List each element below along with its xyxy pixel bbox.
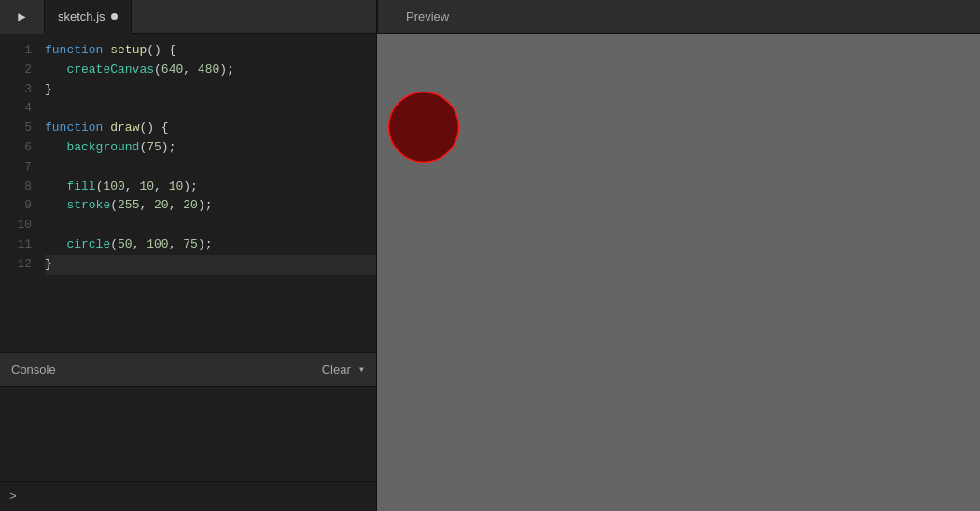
console-header: Console Clear ▾ bbox=[0, 353, 376, 387]
console-body bbox=[0, 387, 376, 481]
code-line-8: fill(100, 10, 10); bbox=[45, 177, 376, 197]
svg-point-2 bbox=[389, 92, 459, 163]
run-button[interactable]: ▶ bbox=[0, 0, 45, 34]
code-line-12: } bbox=[45, 255, 376, 275]
top-bar: ▶ sketch.js Preview bbox=[0, 0, 980, 34]
code-line-6: background(75); bbox=[45, 138, 376, 158]
preview-label: Preview bbox=[391, 9, 449, 23]
code-line-9: stroke(255, 20, 20); bbox=[45, 196, 376, 216]
code-line-2: createCanvas(640, 480); bbox=[45, 61, 376, 80]
console-area: Console Clear ▾ > bbox=[0, 352, 376, 511]
preview-canvas bbox=[377, 34, 980, 511]
code-editor[interactable]: 1 2 3 4 5 6 7 8 9 10 11 12 function setu… bbox=[0, 34, 376, 352]
code-line-11: circle(50, 100, 75); bbox=[45, 235, 376, 255]
code-line-5: function draw() { bbox=[45, 119, 376, 138]
console-input[interactable] bbox=[22, 490, 367, 504]
console-input-row: > bbox=[0, 481, 376, 511]
code-line-1: function setup() { bbox=[45, 41, 376, 61]
code-text[interactable]: function setup() { createCanvas(640, 480… bbox=[41, 34, 376, 352]
console-title: Console bbox=[11, 362, 56, 376]
left-panel: 1 2 3 4 5 6 7 8 9 10 11 12 function setu… bbox=[0, 34, 377, 511]
code-line-4 bbox=[45, 99, 376, 119]
tab-label: sketch.js bbox=[58, 9, 105, 23]
file-tab[interactable]: sketch.js bbox=[45, 0, 132, 34]
preview-panel bbox=[377, 34, 980, 511]
code-line-7 bbox=[45, 158, 376, 177]
main-content: 1 2 3 4 5 6 7 8 9 10 11 12 function setu… bbox=[0, 34, 980, 511]
chevron-down-icon: ▾ bbox=[358, 362, 365, 376]
console-prompt: > bbox=[9, 490, 17, 504]
line-numbers: 1 2 3 4 5 6 7 8 9 10 11 12 bbox=[0, 34, 41, 352]
unsaved-dot bbox=[111, 13, 118, 20]
clear-button[interactable]: Clear bbox=[318, 361, 355, 378]
code-line-10 bbox=[45, 216, 376, 235]
console-actions: Clear ▾ bbox=[318, 361, 365, 378]
play-icon: ▶ bbox=[18, 8, 25, 24]
code-line-3: } bbox=[45, 80, 376, 100]
